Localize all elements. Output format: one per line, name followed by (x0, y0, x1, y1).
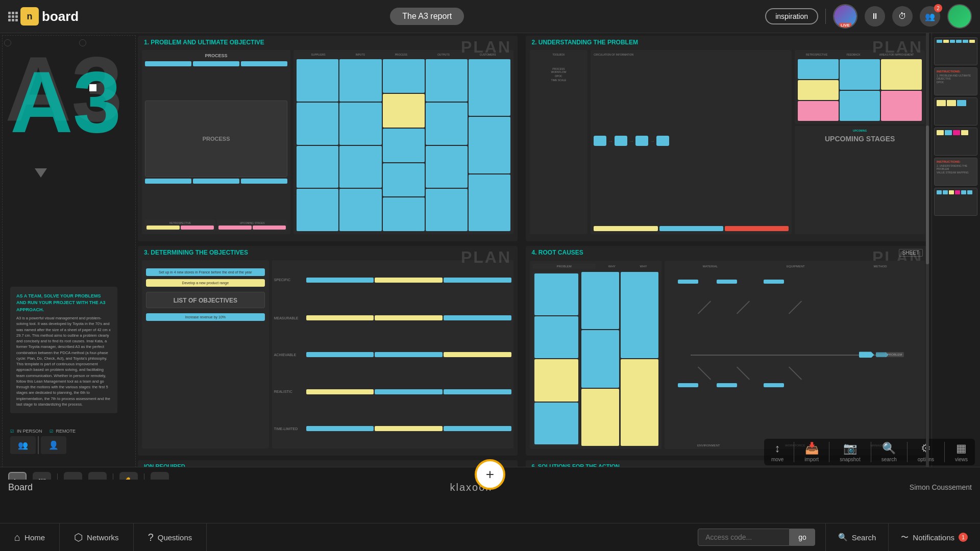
questions-icon: ? (148, 532, 154, 543)
sipoc-inputs (339, 59, 381, 231)
timer-button[interactable]: ⏱ (892, 6, 913, 27)
import-tool[interactable]: 📥 import (804, 442, 819, 462)
bottom-nav: ⌂ Home ⬡ Networks ? Questions go 🔍 Searc… (0, 523, 980, 551)
deco-dot (89, 84, 96, 91)
section-2: 2. UNDERSTANDING THE PROBLEM PLAN TOOLBO… (526, 36, 929, 241)
participants-button[interactable]: 👥 2 (920, 6, 940, 27)
s2-toolbox: TOOLBOX PROCESSWORKFLOW DPOC TIME SCALE (530, 50, 588, 234)
search-canvas-label: search (881, 457, 897, 462)
section-4: 4. ROOT CAUSES SHEET PLAN PROBLEM WHY WH… (526, 246, 929, 456)
nav-home[interactable]: ⌂ Home (0, 523, 60, 552)
move-icon: ↕ (775, 442, 780, 455)
nav-notifications[interactable]: 〜 Notifications 1 (888, 523, 980, 552)
nav-home-label: Home (24, 533, 45, 542)
right-scrollbar[interactable] (926, 33, 929, 495)
s1-content: PROCESS PROCESS (138, 48, 518, 238)
logo-text: board (42, 9, 79, 24)
left-panel: A3 A3 report AS A TEAM, SOLVE YOUR PROBL… (0, 33, 138, 495)
tool-sep-5 (944, 442, 945, 462)
mini-thumb-4[interactable] (934, 128, 977, 156)
s4-fishbone: MATERIAL EQUIPMENT METHOD PROBLEM (665, 261, 925, 449)
fb-branch-4 (698, 366, 711, 380)
in-person-remote: ☑ IN PERSON ☑ REMOTE (10, 429, 76, 434)
deco-triangle (35, 168, 47, 178)
mini-thumb-6[interactable] (934, 188, 977, 216)
s2-plan: PLAN (872, 38, 923, 57)
inspiration-button[interactable]: inspiration (765, 8, 818, 24)
views-label: views (955, 457, 968, 462)
snapshot-label: snapshot (840, 457, 861, 462)
access-code-go-button[interactable]: go (790, 529, 815, 546)
left-description-box: AS A TEAM, SOLVE YOUR PROBLEMS AND RUN Y… (10, 287, 117, 414)
smart-specific: SPECIFIC (274, 278, 305, 282)
s2-retrospective: RETROSPECTIVE FEEDBACK AREAS FOR IMPROVE… (795, 50, 925, 124)
ishi-card-2 (717, 280, 737, 284)
logo-area: n board (8, 7, 79, 26)
header-separator (825, 9, 826, 24)
notifications-badge: 1 (959, 533, 968, 542)
sipoc-suppliers (297, 59, 338, 231)
mini-thumb-1[interactable] (934, 37, 977, 65)
pause-button[interactable]: ⏸ (865, 6, 885, 27)
search-canvas-icon: 🔍 (882, 442, 896, 455)
s1-process-label: PROCESS (145, 53, 287, 58)
s2-content: TOOLBOX PROCESSWORKFLOW DPOC TIME SCALE (526, 48, 929, 238)
fb-branch-1 (698, 300, 711, 314)
app-header: n board The A3 report inspiration LIVE ⏸… (0, 0, 980, 33)
fb-branch-5 (737, 366, 750, 380)
s3-plan: PLAN (461, 248, 511, 267)
networks-icon: ⬡ (74, 531, 83, 543)
mini-thumb-2[interactable]: INSTRUCTIONS: 1. PROBLEM AND ULTIMATE OB… (934, 67, 977, 95)
section-1: 1. PROBLEM AND ULTIMATE OBJECTIVE PLAN P… (138, 36, 518, 241)
s2-header: 2. UNDERSTANDING THE PROBLEM PLAN (526, 36, 929, 48)
profile-button[interactable] (947, 4, 972, 29)
views-tool[interactable]: ▦ views (955, 442, 968, 462)
snapshot-icon: 📷 (843, 442, 857, 455)
s2-title: 2. UNDERSTANDING THE PROBLEM (532, 39, 638, 46)
s1-plan: PLAN (461, 38, 511, 57)
tool-sep-4 (907, 442, 908, 462)
search-label: Search (852, 533, 876, 542)
s3-list-title: LIST OF OBJECTIVES (146, 292, 265, 308)
fishbone-arrows (859, 352, 889, 358)
search-tool[interactable]: 🔍 search (881, 442, 897, 462)
nav-search[interactable]: 🔍 Search (825, 523, 889, 552)
s4-why-panel: PROBLEM WHY WHY (530, 261, 662, 449)
s1-sipoc-diagram: SUPPLIERS INPUTS PROCESS OUTPUTS CUSTOME… (293, 50, 513, 234)
s4-content: PROBLEM WHY WHY (526, 259, 929, 454)
a3-teal-text: A3 (10, 59, 121, 145)
s1-header: 1. PROBLEM AND ULTIMATE OBJECTIVE PLAN (138, 36, 518, 48)
s3-obj-card-1: Set up in 4 new stores in France before … (146, 268, 265, 276)
left-box-body: A3 is a powerful visual management and p… (16, 315, 111, 407)
ishi-card-1 (678, 280, 698, 284)
smart-time-limited: TIME-LIMITED (274, 427, 305, 431)
s2-upcoming: UPCOMING UPCOMING STAGES (795, 126, 925, 234)
scrollbar-thumb[interactable] (926, 126, 929, 264)
section-3: 3. DETERMINING THE OBJECTIVES PLAN Set u… (138, 246, 518, 456)
nav-questions[interactable]: ? Questions (134, 523, 207, 552)
mini-thumb-5[interactable]: INSTRUCTIONS: 2. UNDERSTANDING THE PROBL… (934, 158, 977, 186)
logo-icon: n (20, 7, 39, 26)
live-button[interactable]: LIVE (833, 4, 857, 29)
tool-sep-1 (794, 442, 794, 462)
s1-title: 1. PROBLEM AND ULTIMATE OBJECTIVE (144, 39, 264, 46)
move-tool[interactable]: ↕ move (771, 442, 783, 462)
s4-header: 4. ROOT CAUSES SHEET PLAN (526, 246, 929, 259)
nav-networks[interactable]: ⬡ Networks (60, 523, 134, 552)
access-code-input[interactable] (698, 529, 790, 546)
ishi-card-4 (678, 383, 698, 387)
add-button[interactable]: + (475, 459, 505, 490)
import-icon: 📥 (805, 442, 819, 455)
mini-thumb-3[interactable] (934, 97, 977, 126)
report-title-button[interactable]: The A3 report (390, 8, 464, 25)
access-code-area: go (698, 529, 815, 546)
tool-sep-3 (871, 442, 871, 462)
people-icons: 👥 👤 (10, 436, 66, 454)
left-box-heading: AS A TEAM, SOLVE YOUR PROBLEMS AND RUN Y… (16, 293, 111, 314)
ishi-card-6 (764, 383, 784, 387)
s2-right: RETROSPECTIVE FEEDBACK AREAS FOR IMPROVE… (795, 50, 925, 234)
nav-left: ⌂ Home ⬡ Networks ? Questions (0, 523, 490, 552)
notifications-icon: 〜 (901, 533, 909, 542)
snapshot-tool[interactable]: 📷 snapshot (840, 442, 861, 462)
s4-title: 4. ROOT CAUSES (532, 249, 583, 256)
